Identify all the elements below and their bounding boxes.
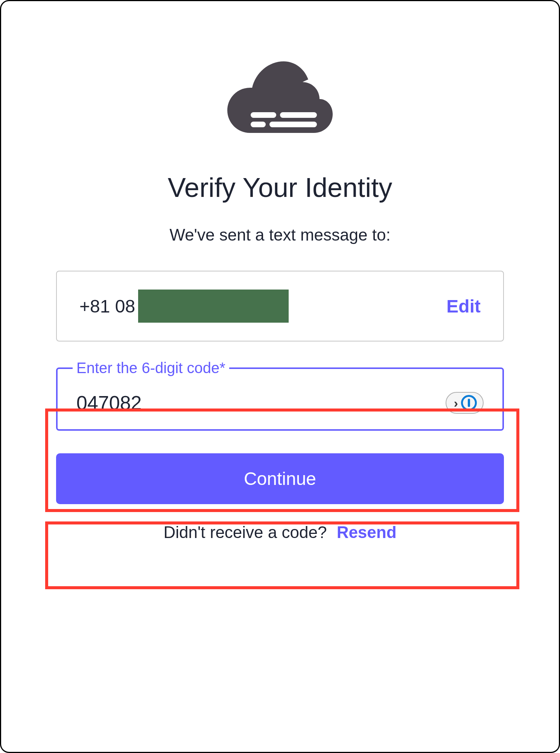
code-input[interactable] <box>76 392 361 414</box>
svg-rect-1 <box>280 112 317 118</box>
onepassword-icon <box>461 395 477 411</box>
phone-number-box: +81 08 Edit <box>56 271 504 341</box>
code-input-fieldset: Enter the 6-digit code* › <box>56 360 504 431</box>
subtitle-text: We've sent a text message to: <box>169 226 390 244</box>
svg-rect-0 <box>251 112 276 118</box>
phone-prefix: +81 08 <box>79 296 135 317</box>
svg-rect-3 <box>269 122 317 127</box>
edit-phone-button[interactable]: Edit <box>446 296 481 317</box>
chevron-right-icon: › <box>454 396 458 410</box>
phone-redacted-block <box>138 290 289 323</box>
svg-rect-2 <box>251 122 266 127</box>
code-input-label: Enter the 6-digit code* <box>73 360 229 376</box>
phone-display: +81 08 <box>79 290 289 323</box>
cloud-logo-icon <box>227 61 333 138</box>
resend-prompt: Didn't receive a code? <box>163 523 327 541</box>
password-manager-button[interactable]: › <box>446 392 484 414</box>
resend-row: Didn't receive a code? Resend <box>163 523 396 542</box>
page-title: Verify Your Identity <box>168 172 392 203</box>
continue-button[interactable]: Continue <box>56 453 504 504</box>
resend-button[interactable]: Resend <box>337 523 397 542</box>
